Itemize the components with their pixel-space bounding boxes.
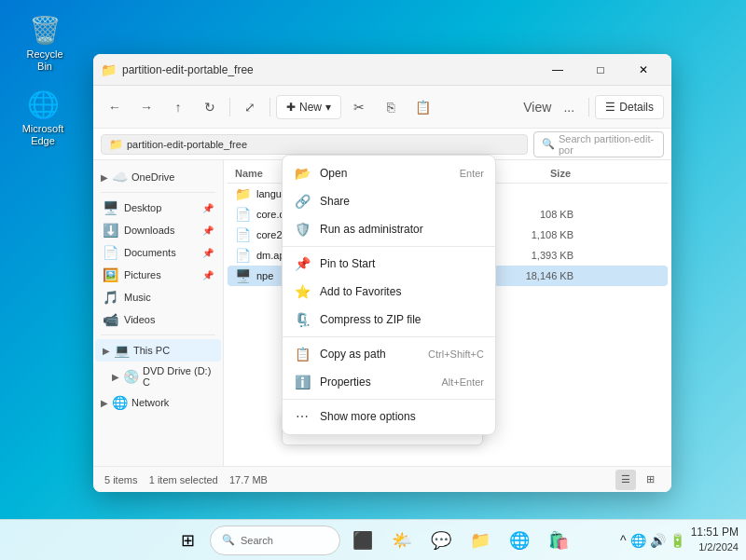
expand-button[interactable]: ⤢ — [236, 93, 264, 121]
taskbar-search[interactable]: 🔍 Search — [210, 526, 340, 555]
date-display: 1/2/2024 — [691, 540, 739, 554]
ctx-add-favorites[interactable]: ⭐ Add to Favorites — [283, 278, 495, 306]
ctx-pin-start[interactable]: 📌 Pin to Start — [283, 250, 495, 278]
desktop-icon-recycle-bin[interactable]: 🗑️ Recycle Bin — [15, 9, 75, 76]
chevron-right-icon: ▶ — [101, 172, 108, 183]
ctx-compress-zip[interactable]: 🗜️ Compress to ZIP file — [283, 306, 495, 334]
close-button[interactable]: ✕ — [623, 56, 664, 84]
videos-sidebar-icon: 📹 — [103, 312, 118, 327]
details-button[interactable]: ☰ Details — [595, 95, 664, 119]
onedrive-icon: ☁️ — [112, 170, 128, 184]
selected-size: 17.7 MB — [229, 474, 268, 485]
new-button[interactable]: ✚ New ▾ — [276, 95, 341, 119]
refresh-button[interactable]: ↻ — [196, 93, 224, 121]
up-button[interactable]: ↑ — [164, 93, 192, 121]
desktop-icon-edge[interactable]: 🌐 Microsoft Edge — [13, 84, 73, 151]
new-icon: ✚ — [286, 101, 296, 114]
folder-title-icon: 📁 — [101, 62, 117, 77]
taskbar: ⊞ 🔍 Search ⬛ 🌤️ 💬 📁 🌐 🛍️ ^ 🌐 🔊 🔋 11:51 P… — [0, 519, 746, 560]
back-button[interactable]: ← — [101, 93, 129, 121]
ctx-more-options-label: Show more options — [320, 410, 484, 423]
taskbar-widgets[interactable]: 🌤️ — [385, 524, 419, 557]
edge-label: Microsoft Edge — [17, 123, 69, 147]
network-sidebar-icon: 🌐 — [112, 395, 128, 410]
taskbar-center: ⊞ 🔍 Search ⬛ 🌤️ 💬 📁 🌐 🛍️ — [171, 524, 575, 557]
selected-info: 1 item selected — [149, 474, 218, 485]
paste-button[interactable]: 📋 — [408, 93, 436, 121]
dll-file-icon-2: 📄 — [235, 227, 251, 242]
file-size-dmapi: 1,393 KB — [499, 250, 573, 261]
tray-battery-icon[interactable]: 🔋 — [670, 533, 685, 548]
tray-network-icon[interactable]: 🌐 — [630, 533, 646, 548]
file-size-npe: 18,146 KB — [499, 270, 573, 281]
search-placeholder: Search partition-edit-por — [559, 133, 656, 156]
details-label: Details — [619, 101, 654, 114]
view-button[interactable]: View — [523, 93, 551, 121]
maximize-button[interactable]: □ — [580, 56, 621, 84]
taskbar-edge[interactable]: 🌐 — [503, 524, 536, 557]
address-path[interactable]: 📁 partition-edit-portable_free — [101, 134, 528, 155]
search-bar[interactable]: 🔍 Search partition-edit-por — [533, 131, 664, 157]
new-label: New — [299, 101, 322, 114]
status-right: ☰ ⊞ — [615, 470, 660, 490]
ctx-divider-1 — [283, 246, 495, 247]
tray-volume-icon[interactable]: 🔊 — [650, 533, 666, 548]
taskbar-chat[interactable]: 💬 — [424, 524, 458, 557]
list-view-button[interactable]: ☰ — [615, 470, 636, 490]
forward-button[interactable]: → — [132, 93, 160, 121]
sidebar-item-thispc[interactable]: ▶ 💻 This PC — [95, 339, 221, 362]
ctx-open[interactable]: 📂 Open Enter — [283, 159, 495, 187]
more-button[interactable]: ... — [555, 93, 583, 121]
grid-view-button[interactable]: ⊞ — [640, 470, 660, 490]
taskbar-right: ^ 🌐 🔊 🔋 11:51 PM 1/2/2024 — [620, 525, 739, 554]
sidebar-item-dvd[interactable]: ▶ 💿 DVD Drive (D:) C — [93, 362, 223, 391]
taskbar-search-icon: 🔍 — [222, 534, 235, 546]
sidebar-item-desktop[interactable]: 🖥️ Desktop 📌 — [95, 197, 221, 219]
pictures-sidebar-label: Pictures — [124, 269, 197, 280]
minimize-button[interactable]: — — [537, 56, 578, 84]
taskbar-store[interactable]: 🛍️ — [542, 524, 575, 557]
taskbar-search-text: Search — [241, 535, 273, 546]
desktop-sidebar-icon: 🖥️ — [103, 200, 118, 215]
ctx-properties-shortcut: Alt+Enter — [441, 376, 484, 388]
details-icon: ☰ — [605, 101, 615, 114]
ctx-more-options[interactable]: ⋯ Show more options — [283, 403, 495, 430]
documents-sidebar-label: Documents — [124, 247, 197, 258]
time-display: 11:51 PM — [691, 525, 739, 540]
toolbar: ← → ↑ ↻ ⤢ ✚ New ▾ ✂ ⎘ 📋 View ... ☰ Detai… — [93, 86, 671, 129]
ctx-compress-zip-label: Compress to ZIP file — [320, 313, 484, 326]
title-bar: 📁 partition-edit-portable_free — □ ✕ — [93, 54, 671, 86]
ctx-open-label: Open — [320, 167, 450, 180]
chevron-down-icon: ▶ — [103, 346, 110, 356]
dvd-icon: 💿 — [123, 369, 139, 384]
sidebar-item-videos[interactable]: 📹 Videos — [95, 308, 221, 331]
tray-expand-icon[interactable]: ^ — [620, 533, 627, 548]
videos-sidebar-label: Videos — [124, 314, 214, 325]
pin-icon-desktop: 📌 — [202, 203, 214, 213]
start-button[interactable]: ⊞ — [171, 524, 204, 557]
network-sidebar-label: Network — [131, 397, 169, 408]
copy-button[interactable]: ⎘ — [377, 93, 405, 121]
taskbar-explorer[interactable]: 📁 — [463, 524, 497, 557]
clock[interactable]: 11:51 PM 1/2/2024 — [691, 525, 739, 554]
favorites-icon: ⭐ — [294, 283, 311, 300]
ctx-properties[interactable]: ℹ️ Properties Alt+Enter — [283, 368, 495, 396]
sidebar-item-documents[interactable]: 📄 Documents 📌 — [95, 241, 221, 264]
file-size-coredll: 108 KB — [499, 209, 573, 220]
ctx-run-admin[interactable]: 🛡️ Run as administrator — [283, 215, 495, 243]
cut-button[interactable]: ✂ — [345, 93, 373, 121]
ctx-share[interactable]: 🔗 Share — [283, 187, 495, 215]
ctx-open-shortcut: Enter — [460, 168, 484, 179]
sidebar-item-music[interactable]: 🎵 Music — [95, 286, 221, 308]
edge-icon: 🌐 — [26, 88, 60, 121]
sidebar-item-downloads[interactable]: ⬇️ Downloads 📌 — [95, 219, 221, 241]
ctx-copy-path[interactable]: 📋 Copy as path Ctrl+Shift+C — [283, 340, 495, 368]
sidebar-item-network[interactable]: ▶ 🌐 Network — [93, 391, 223, 414]
search-icon: 🔍 — [542, 138, 555, 150]
address-folder-icon: 📁 — [109, 138, 123, 151]
downloads-sidebar-icon: ⬇️ — [103, 223, 118, 238]
taskbar-taskview[interactable]: ⬛ — [346, 524, 380, 557]
sidebar-item-pictures[interactable]: 🖼️ Pictures 📌 — [95, 264, 221, 286]
new-chevron-icon: ▾ — [325, 101, 331, 114]
sidebar-item-onedrive[interactable]: ▶ ☁️ OneDrive — [93, 166, 223, 188]
